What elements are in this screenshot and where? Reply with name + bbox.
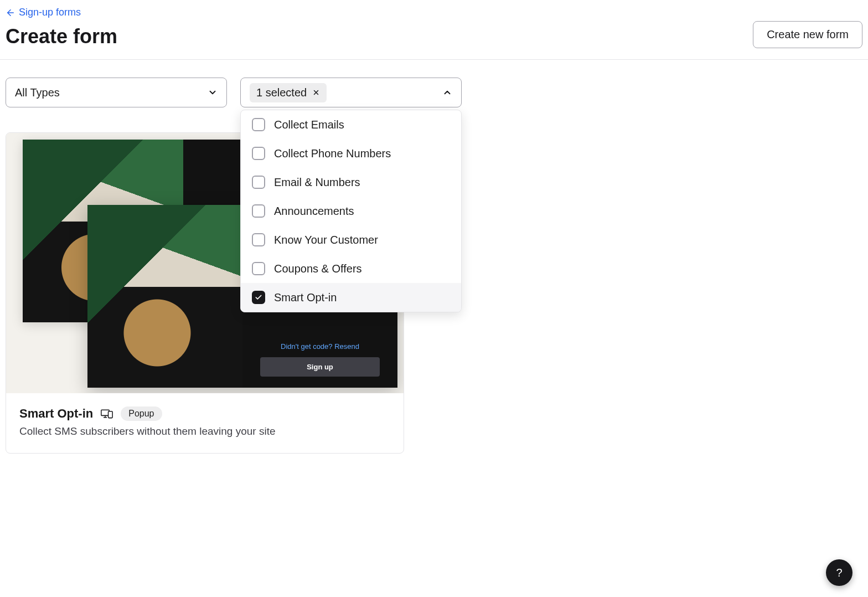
checkbox-icon [252,204,265,218]
option-label: Announcements [274,205,354,218]
page-title: Create form [6,25,117,48]
template-title: Smart Opt-in [19,406,93,421]
checkbox-icon [252,262,265,275]
goal-option-announcements[interactable]: Announcements [241,197,461,225]
chevron-down-icon [208,88,218,97]
arrow-left-icon [6,8,16,18]
template-description: Collect SMS subscribers without them lea… [19,425,390,438]
option-label: Collect Phone Numbers [274,147,391,160]
goal-filter-dropdown: Collect Emails Collect Phone Numbers Ema… [240,110,462,312]
type-filter-label: All Types [15,86,60,99]
checkbox-icon [252,176,265,189]
preview-signup-button: Sign up [260,357,380,377]
chevron-up-icon [442,88,452,97]
checkbox-icon [252,147,265,160]
goal-option-email-and-numbers[interactable]: Email & Numbers [241,168,461,197]
type-filter-select[interactable]: All Types [6,78,227,107]
option-label: Smart Opt-in [274,291,337,304]
goal-filter-select[interactable]: 1 selected [240,78,462,107]
breadcrumb-back-link[interactable]: Sign-up forms [6,7,81,18]
template-type-badge: Popup [121,406,162,421]
close-icon[interactable] [312,89,320,96]
devices-icon [101,409,113,419]
checkbox-checked-icon [252,291,265,304]
option-label: Know Your Customer [274,234,378,246]
svg-rect-6 [108,411,113,418]
checkbox-icon [252,118,265,131]
option-label: Coupons & Offers [274,263,362,275]
option-label: Collect Emails [274,119,344,131]
create-new-form-button[interactable]: Create new form [753,21,862,48]
goal-option-know-your-customer[interactable]: Know Your Customer [241,225,461,254]
goal-option-collect-emails[interactable]: Collect Emails [241,110,461,139]
option-label: Email & Numbers [274,176,360,189]
goal-filter-chip: 1 selected [250,83,327,102]
goal-option-smart-opt-in[interactable]: Smart Opt-in [241,283,461,312]
goal-option-coupons-and-offers[interactable]: Coupons & Offers [241,254,461,283]
breadcrumb-label: Sign-up forms [19,7,81,18]
goal-option-collect-phone-numbers[interactable]: Collect Phone Numbers [241,139,461,168]
preview-resend-link: Didn't get code? Resend [281,342,359,351]
goal-filter-chip-label: 1 selected [256,86,307,99]
checkbox-icon [252,233,265,246]
